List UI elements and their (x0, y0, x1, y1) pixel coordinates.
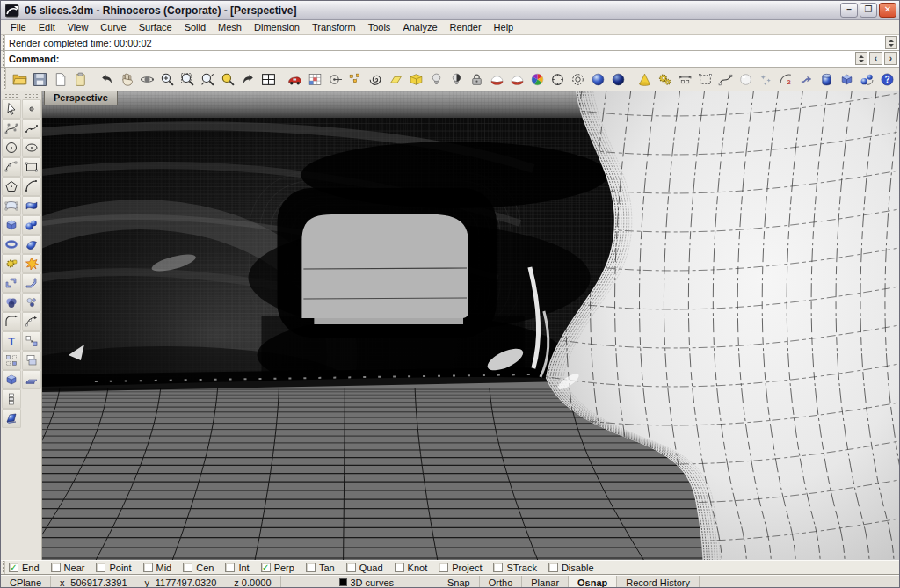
chamfer-tool-button[interactable] (22, 273, 41, 293)
osnap-perp[interactable]: ✓Perp (261, 563, 294, 573)
point-tool-button[interactable] (22, 99, 41, 119)
osnap-near-checkbox[interactable]: ✓ (51, 563, 61, 572)
arc-blend-tool-button[interactable] (2, 157, 21, 177)
osnap-disable[interactable]: ✓Disable (548, 563, 594, 573)
spiral-button[interactable] (366, 69, 386, 90)
rectangle-tool-button[interactable] (22, 157, 41, 177)
statusbar-pane-record-history[interactable]: Record History (617, 576, 700, 588)
osnap-int[interactable]: ✓Int (225, 563, 249, 573)
select-points-button[interactable] (345, 69, 366, 90)
spheres-tool-button[interactable] (22, 215, 41, 235)
command-grip[interactable] (1, 51, 5, 67)
color-wheel-button[interactable] (527, 69, 548, 90)
linked-spheres-button[interactable] (857, 69, 877, 90)
command-line[interactable]: Command: ‹ › (1, 51, 899, 68)
control-point-curve-tool-button[interactable] (2, 119, 21, 138)
circles-tool-button[interactable] (22, 293, 41, 312)
palette-grip[interactable] (4, 93, 18, 98)
osnap-cen[interactable]: ✓Cen (183, 563, 214, 573)
menu-item-tools[interactable]: Tools (362, 21, 397, 33)
restore-button[interactable]: ❐ (860, 3, 877, 18)
cube-button[interactable] (837, 69, 857, 90)
curve-tool-button[interactable] (715, 69, 736, 90)
minimize-button[interactable]: – (840, 3, 858, 18)
fillet-curve-tool-button[interactable] (2, 312, 21, 331)
paste-button[interactable] (70, 69, 91, 90)
statusbar-pane-osnap[interactable]: Osnap (569, 576, 617, 588)
group-tool-button[interactable] (2, 351, 21, 370)
menu-item-solid[interactable]: Solid (178, 21, 212, 33)
sphere-dark-button[interactable] (608, 69, 628, 90)
circle-dashed-button[interactable] (568, 69, 588, 90)
osnap-grip[interactable] (1, 561, 5, 574)
selection-rect-button[interactable] (695, 69, 715, 90)
menu-item-help[interactable]: Help (488, 21, 520, 33)
copy-button[interactable] (50, 69, 70, 90)
menu-item-dimension[interactable]: Dimension (248, 21, 306, 33)
save-button[interactable] (30, 69, 50, 90)
dimension-button[interactable] (675, 69, 695, 90)
light-toggle-button[interactable] (446, 69, 467, 90)
undo-view-button[interactable] (238, 69, 258, 90)
light-on-button[interactable] (426, 69, 446, 90)
osnap-int-checkbox[interactable]: ✓ (225, 563, 235, 572)
osnap-strack[interactable]: ✓STrack (493, 563, 536, 573)
osnap-quad-checkbox[interactable]: ✓ (346, 563, 356, 572)
history-grip[interactable] (1, 35, 5, 50)
menu-item-file[interactable]: File (4, 21, 33, 33)
pan-button[interactable] (117, 69, 137, 90)
osnap-perp-checkbox[interactable]: ✓ (261, 563, 271, 572)
render-car-button[interactable] (285, 69, 305, 90)
circle-quadrant-button[interactable] (548, 69, 568, 90)
select-tool-button[interactable] (2, 99, 21, 119)
layer-wedge-alt-button[interactable] (507, 69, 527, 90)
explode-tool-button[interactable] (22, 254, 41, 273)
text-tool-button[interactable] (2, 331, 21, 351)
polygon-tool-button[interactable] (2, 177, 21, 196)
slab-tool-button[interactable] (22, 370, 41, 389)
open-button[interactable] (10, 69, 30, 90)
ellipse-tool-button[interactable] (22, 138, 41, 157)
interpolate-curve-tool-button[interactable] (22, 119, 41, 138)
command-prev-button[interactable]: ‹ (869, 52, 882, 65)
menu-item-render[interactable]: Render (444, 21, 488, 33)
osnap-point-checkbox[interactable]: ✓ (96, 563, 105, 572)
arc-degree-button[interactable] (776, 69, 796, 90)
toolbar-grip[interactable] (2, 68, 6, 89)
osnap-disable-checkbox[interactable]: ✓ (548, 563, 558, 572)
osnap-quad[interactable]: ✓Quad (346, 563, 383, 573)
statusbar-pane-planar[interactable]: Planar (522, 576, 569, 588)
menu-item-curve[interactable]: Curve (94, 21, 132, 33)
set-point-button[interactable] (325, 69, 345, 90)
zoom-selected-button[interactable] (218, 69, 238, 90)
statusbar-cplane[interactable]: CPlane (1, 576, 51, 588)
surface-sheet-tool-button[interactable] (2, 409, 21, 428)
osnap-project[interactable]: ✓Project (439, 563, 482, 573)
viewport-tab-perspective[interactable]: Perspective (44, 91, 118, 105)
osnap-near[interactable]: ✓Near (51, 563, 85, 573)
history-spinner[interactable] (885, 36, 897, 49)
flow-button[interactable] (796, 69, 817, 90)
sphere-white-button[interactable] (736, 69, 756, 90)
patch-tool-button[interactable] (22, 235, 41, 254)
surface-from-points-tool-button[interactable] (2, 196, 21, 215)
copy-object-tool-button[interactable] (22, 351, 41, 370)
osnap-end-checkbox[interactable]: ✓ (9, 563, 18, 572)
move-tool-button[interactable] (22, 331, 41, 351)
palette-grip[interactable] (25, 93, 38, 98)
lock-button[interactable] (467, 69, 487, 90)
fillet-tool-button[interactable] (2, 273, 21, 293)
curved-surface-tool-button[interactable] (22, 196, 41, 215)
cone-pointer-button[interactable] (635, 69, 655, 90)
osnap-end[interactable]: ✓End (9, 563, 40, 573)
osnap-cen-checkbox[interactable]: ✓ (183, 563, 192, 572)
osnap-mid[interactable]: ✓Mid (143, 563, 172, 573)
gear-puzzle-tool-button[interactable] (2, 254, 21, 273)
layer-pane[interactable]: 3D curves (330, 576, 404, 588)
options-button[interactable] (655, 69, 675, 90)
cplane-button[interactable] (386, 69, 406, 90)
perspective-viewport[interactable]: Perspective (42, 91, 899, 560)
osnap-project-checkbox[interactable]: ✓ (439, 563, 448, 572)
osnap-tan[interactable]: ✓Tan (306, 563, 335, 573)
arc-arrows-tool-button[interactable] (22, 312, 41, 331)
